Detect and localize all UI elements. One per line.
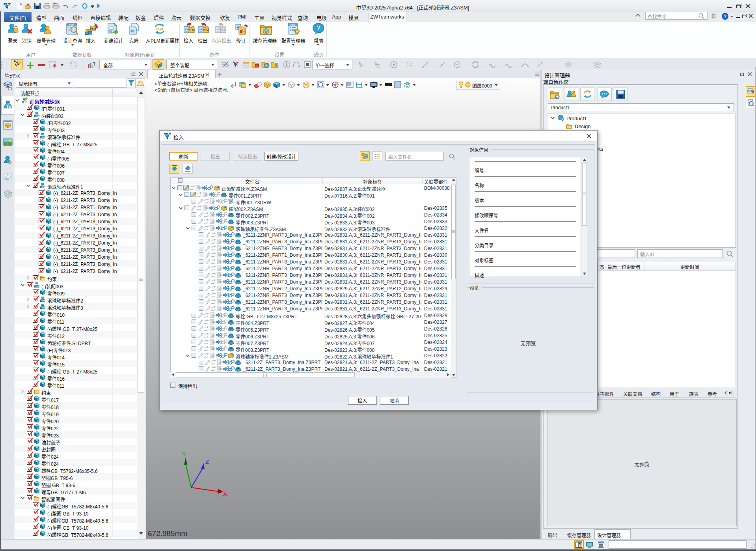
svg-text:PLM: PLM (290, 24, 296, 26)
svg-text:PLM: PLM (130, 30, 134, 32)
svg-text:B: B (240, 30, 243, 34)
svg-text:Y: Y (182, 451, 186, 458)
svg-text:PLM: PLM (6, 179, 9, 181)
svg-text:PLM: PLM (156, 27, 163, 31)
svg-text:Z: Z (205, 458, 209, 465)
svg-text:X: X (223, 490, 227, 497)
svg-text:?: ? (724, 14, 726, 19)
svg-text:PLM: PLM (220, 29, 226, 32)
svg-text:PLM: PLM (203, 29, 209, 32)
svg-text:PLM: PLM (69, 24, 74, 26)
svg-text:PLM: PLM (90, 27, 96, 30)
svg-text:?: ? (317, 24, 320, 32)
svg-text:PLM: PLM (189, 29, 195, 32)
